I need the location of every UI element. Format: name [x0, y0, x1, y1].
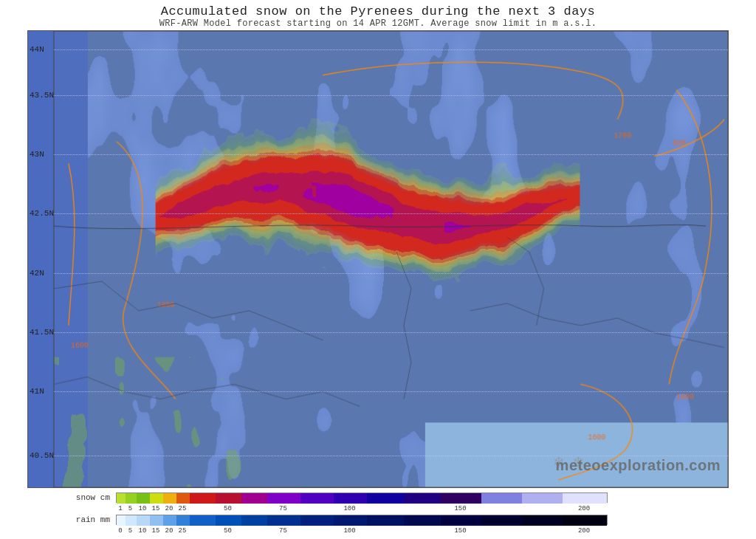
snow-tick-0: 1 — [116, 505, 125, 512]
snow-color-segment-0 — [117, 493, 126, 504]
rain-legend-row: rain mm — [72, 515, 729, 525]
snow-color-segment-15 — [481, 493, 522, 504]
snow-tick-17: 200 — [562, 505, 606, 512]
snow-tick-11: 100 — [333, 505, 366, 512]
rain-color-segment-12 — [367, 515, 404, 526]
snow-tick-13 — [403, 505, 440, 512]
rain-tick-8 — [241, 527, 267, 535]
rain-color-segment-15 — [481, 515, 522, 526]
snow-color-segment-5 — [176, 493, 190, 504]
snow-color-segment-2 — [137, 493, 150, 504]
snow-tick-3: 15 — [149, 505, 162, 512]
snow-tick-15 — [481, 505, 521, 512]
snow-tick-8 — [241, 505, 267, 512]
rain-tick-6 — [189, 527, 215, 535]
snow-tick-14: 150 — [440, 505, 481, 512]
rain-ticks: 05101520255075100150200 — [116, 527, 606, 535]
snow-color-segment-9 — [267, 493, 300, 504]
rain-tick-3: 15 — [149, 527, 162, 535]
watermark: meteoexploration.com — [556, 457, 721, 474]
rain-color-segment-2 — [137, 515, 150, 526]
rain-tick-12 — [366, 527, 403, 535]
rain-color-segment-9 — [267, 515, 300, 526]
rain-tick-0: 0 — [116, 527, 125, 535]
rain-color-segment-4 — [163, 515, 176, 526]
rain-color-segment-17 — [563, 515, 607, 526]
rain-label: rain mm — [72, 515, 110, 524]
snow-tick-6 — [189, 505, 215, 512]
map-container: 44N43.5N43N42.5N42N41.5N41N40.5N ❄ ❄ met… — [27, 30, 729, 488]
rain-color-segment-1 — [126, 515, 137, 526]
rain-color-segment-13 — [404, 515, 441, 526]
rain-color-segment-7 — [216, 515, 241, 526]
snow-legend-row: snow cm — [72, 492, 729, 503]
snow-color-segment-12 — [367, 493, 404, 504]
rain-tick-9: 75 — [267, 527, 300, 535]
rain-tick-13 — [403, 527, 440, 535]
rain-color-segment-16 — [522, 515, 563, 526]
snow-tick-7: 50 — [215, 505, 241, 512]
rain-tick-row: 05101520255075100150200 — [72, 527, 729, 535]
snow-color-segment-16 — [522, 493, 563, 504]
snow-tick-4: 20 — [162, 505, 176, 512]
rain-color-segment-3 — [150, 515, 163, 526]
snow-tick-row: 15101520255075100150200 — [72, 505, 729, 512]
rain-tick-10 — [300, 527, 333, 535]
map-canvas — [28, 31, 728, 487]
rain-color-segment-0 — [117, 515, 126, 526]
snow-color-segment-4 — [163, 493, 176, 504]
snow-color-segment-14 — [441, 493, 481, 504]
rain-tick-1: 5 — [125, 527, 136, 535]
rain-tick-5: 25 — [176, 527, 189, 535]
rain-color-segment-5 — [176, 515, 190, 526]
rain-color-segment-11 — [334, 515, 367, 526]
rain-tick-4: 20 — [162, 527, 176, 535]
snow-color-segment-7 — [216, 493, 241, 504]
rain-tick-14: 150 — [440, 527, 481, 535]
snow-color-segment-6 — [190, 493, 216, 504]
rain-tick-11: 100 — [333, 527, 366, 535]
snow-color-segment-8 — [241, 493, 267, 504]
snow-color-segment-10 — [300, 493, 334, 504]
rain-color-segment-10 — [300, 515, 334, 526]
snow-tick-16 — [521, 505, 562, 512]
snow-ticks: 15101520255075100150200 — [116, 505, 606, 512]
sub-title: WRF-ARW Model forecast starting on 14 AP… — [0, 18, 756, 29]
rain-color-bar — [116, 515, 608, 525]
snow-color-segment-11 — [334, 493, 367, 504]
snow-tick-10 — [300, 505, 333, 512]
snow-tick-1: 5 — [125, 505, 136, 512]
snow-color-bar — [116, 492, 608, 503]
snow-tick-2: 10 — [136, 505, 149, 512]
rain-tick-15 — [481, 527, 521, 535]
rain-color-segment-8 — [241, 515, 267, 526]
main-title: Accumulated snow on the Pyrenees during … — [0, 4, 756, 18]
snow-color-segment-1 — [126, 493, 137, 504]
snow-color-segment-13 — [404, 493, 441, 504]
rain-color-segment-14 — [441, 515, 481, 526]
snow-color-segment-17 — [563, 493, 607, 504]
title-area: Accumulated snow on the Pyrenees during … — [0, 0, 756, 30]
rain-tick-7: 50 — [215, 527, 241, 535]
snow-tick-5: 25 — [176, 505, 189, 512]
snow-tick-12 — [366, 505, 403, 512]
snow-color-segment-3 — [150, 493, 163, 504]
rain-tick-17: 200 — [562, 527, 606, 535]
rain-tick-2: 10 — [136, 527, 149, 535]
rain-color-segment-6 — [190, 515, 216, 526]
snow-tick-9: 75 — [267, 505, 300, 512]
legend-area: snow cm 15101520255075100150200 rain mm … — [27, 488, 729, 538]
rain-tick-16 — [521, 527, 562, 535]
snow-label: snow cm — [72, 493, 110, 502]
